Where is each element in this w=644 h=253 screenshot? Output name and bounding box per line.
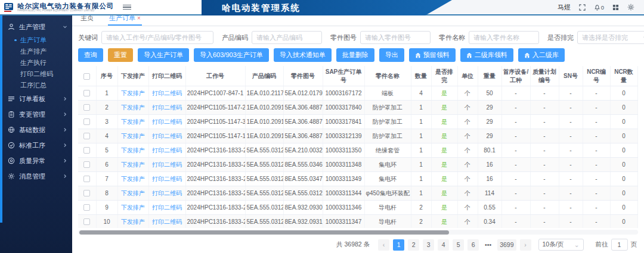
company-name-block: 哈尔滨电气动力装备有限公司 HARBIN ELECTRIC POWER EQUI… [17,2,114,13]
print-link[interactable]: 打印二维码 [152,161,182,168]
sidebar-group-3[interactable]: 基础数据 [0,122,72,138]
page-size-select[interactable]: 10条/页 ⌄ [538,239,584,251]
warehouse-icon [466,52,472,58]
filter-select[interactable]: 请选择是否排完 [577,31,644,44]
filter-input-3[interactable] [469,31,539,44]
cell-remark: - [637,115,638,129]
dispatch-link[interactable]: 下发排产 [121,104,145,111]
dispatch-link[interactable]: 下发排产 [121,161,145,168]
row-checkbox[interactable] [83,161,90,168]
cell-remark: - [637,186,638,201]
tab-1[interactable]: 生产订单× [108,14,142,26]
print-link[interactable]: 打印二维码 [152,104,182,111]
username[interactable]: 马煜 [558,3,571,12]
dispatch-link[interactable]: 下发排产 [121,90,145,96]
sidebar-group-1[interactable]: 订单看板 [0,91,72,107]
row-checkbox[interactable] [83,133,90,139]
sidebar-subitem-0-0[interactable]: 生产订单 [0,35,72,46]
cell-unit: 个 [457,86,478,101]
print-link[interactable]: 打印二维码 [152,90,182,96]
print-link[interactable]: 打印二维码 [152,176,182,182]
row-checkbox[interactable] [83,190,90,196]
chevron-down-icon: ⌄ [574,241,580,248]
page-button-3699[interactable]: 3699 [497,239,516,251]
dispatch-link[interactable]: 下发排产 [121,204,145,211]
cell-product_code: 1EA.010.2117 [245,86,283,101]
cell-ncr_qty: 0 [610,101,637,115]
page-button-4[interactable]: 4 [438,239,449,251]
toolbar-button-3[interactable]: 导入603/903生产订单 [194,48,269,62]
page-button-3[interactable]: 3 [423,239,434,251]
print-link[interactable]: 打印二维码 [152,204,182,211]
scrollbar-thumb[interactable] [79,230,449,235]
print-link[interactable]: 打印二维码 [152,118,182,125]
page-button-5[interactable]: 5 [453,239,464,251]
dispatch-link[interactable]: 下发排产 [121,176,145,182]
next-page-button[interactable]: › [520,239,531,251]
toolbar-button-7[interactable]: 预留领料 [409,48,456,62]
page-button-2[interactable]: 2 [408,239,419,251]
tab-0[interactable]: 主页 [79,14,95,26]
filter-input-1[interactable] [252,31,322,44]
row-checkbox[interactable] [83,176,90,182]
filter-input-2[interactable] [360,31,431,44]
row-checkbox[interactable] [83,204,90,211]
table-row-4: 4下发排产打印二维码2024HPC1105-1147-11EA.010.2091… [78,129,638,143]
toolbar-button-0[interactable]: 查询 [78,48,103,62]
toolbar-button-9[interactable]: 入二级库 [518,48,565,62]
button-label: 导入603/903生产订单 [200,51,263,60]
print-link[interactable]: 打印二维码 [152,147,182,154]
row-checkbox[interactable] [83,218,90,225]
cell-weight: 16 [478,158,501,172]
sidebar-subitem-0-3[interactable]: 打印二维码 [0,68,72,80]
toolbar-button-2[interactable]: 导入生产订单 [138,48,189,62]
goto-page-input[interactable] [611,239,628,251]
toolbar-button-6[interactable]: 导出 [379,48,404,62]
sidebar-group-2[interactable]: 变更管理 [0,107,72,122]
fullscreen-icon[interactable] [579,4,586,11]
dispatch-link[interactable]: 下发排产 [121,147,145,154]
sidebar-group-5[interactable]: 质量异常 [0,153,72,168]
sidebar-group-6[interactable]: 消息管理 [0,168,72,184]
sidebar-subitem-0-4[interactable]: 工序汇总 [0,80,72,91]
dispatch-link[interactable]: 下发排产 [121,133,145,139]
dispatch-link[interactable]: 下发排产 [121,190,145,196]
dispatch-link[interactable]: 下发排产 [121,118,145,125]
print-link[interactable]: 打印二维码 [152,133,182,139]
page-button-6[interactable]: 6 [467,239,479,251]
sidebar-group-0[interactable]: 生产管理 [0,19,72,35]
apps-grid-icon[interactable] [612,4,619,11]
toolbar-button-4[interactable]: 导入技术通知单 [274,48,332,62]
select-all-checkbox[interactable] [83,73,90,80]
row-checkbox[interactable] [83,118,90,125]
company-logo-area: 哈尔滨电气动力装备有限公司 HARBIN ELECTRIC POWER EQUI… [0,0,202,14]
row-checkbox[interactable] [83,147,90,154]
sidebar-subitem-0-1[interactable]: 生产排产 [0,46,72,57]
prev-page-button[interactable]: ‹ [378,239,389,251]
toolbar-button-1[interactable]: 重置 [108,48,133,62]
cell-dispatch: 下发排产 [117,172,148,186]
main-area: 主页生产订单× 关键词产品编码零件图号零件名称是否排完请选择是否排完 查询重置导… [72,15,644,253]
row-checkbox[interactable] [83,90,90,96]
notification-bell-icon[interactable]: 0 [594,4,604,11]
toolbar-button-5[interactable]: 批量删除 [336,48,374,62]
print-link[interactable]: 打印二维码 [152,190,182,196]
sidebar-subitem-0-2[interactable]: 生产执行 [0,57,72,68]
filter-input-0[interactable] [101,31,213,44]
settings-gear-icon[interactable] [627,4,634,11]
dispatch-link[interactable]: 下发排产 [121,218,145,225]
filter-item-4: 是否排完请选择是否排完 [547,31,644,44]
print-link[interactable]: 打印二维码 [152,218,182,225]
cell-dispatch: 下发排产 [117,143,148,158]
close-tab-icon[interactable]: × [137,15,141,21]
filter-label: 零件名称 [439,33,465,42]
sidebar-group-4[interactable]: 标准工序 [0,138,72,153]
cell-ncr_qty: 0 [610,143,637,158]
page-button-1[interactable]: 1 [393,239,404,251]
toolbar-button-8[interactable]: 二级库领料 [460,48,513,62]
row-checkbox[interactable] [83,104,90,111]
sidebar-collapse-icon[interactable] [123,5,131,10]
chevron-down-icon [63,23,67,30]
button-label: 导入技术通知单 [280,51,326,60]
horizontal-scrollbar[interactable] [78,230,638,235]
